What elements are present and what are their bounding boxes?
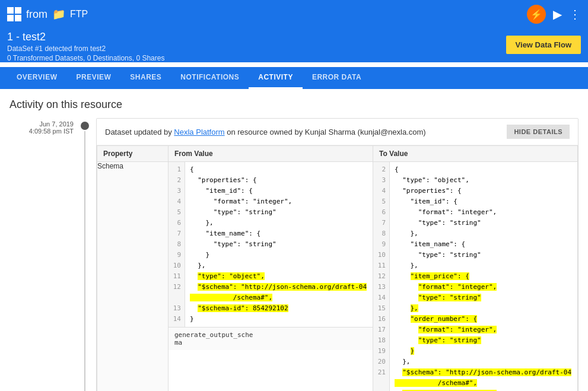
sub-header-info: 1 - test2 DataSet #1 detected from test2…: [7, 31, 164, 62]
top-bar: from 📁 FTP ⚡ ▶ ⋮: [0, 0, 588, 28]
activity-title-text: Dataset updated by: [105, 128, 174, 136]
tab-overview[interactable]: OVERVIEW: [7, 67, 66, 89]
to-line-numbers: 2345678910111213141516171819202122: [373, 162, 390, 391]
tab-notifications[interactable]: NOTIFICATIONS: [171, 67, 249, 89]
content-area: Activity on this resource Jun 7, 2019 4:…: [0, 89, 588, 391]
tab-preview[interactable]: PREVIEW: [66, 67, 120, 89]
property-cell: Schema: [97, 162, 169, 392]
top-bar-section: FTP: [70, 9, 88, 20]
bolt-button[interactable]: ⚡: [527, 5, 546, 24]
tab-shares[interactable]: SHARES: [120, 67, 171, 89]
from-line-numbers: 1234567891011121314: [169, 162, 185, 327]
top-bar-right: ⚡ ▶ ⋮: [527, 5, 581, 24]
play-icon[interactable]: ▶: [553, 7, 562, 21]
view-data-flow-button[interactable]: View Data Flow: [506, 36, 581, 54]
timeline-dot-col: [81, 118, 89, 391]
sub-header-actions: View Data Flow: [506, 31, 581, 54]
app-name: from: [26, 8, 47, 21]
grid-icon[interactable]: [7, 7, 21, 21]
hide-details-button[interactable]: HIDE DETAILS: [507, 125, 570, 139]
tab-activity[interactable]: ACTIVITY: [249, 67, 303, 89]
bolt-icon: ⚡: [530, 9, 542, 20]
activity-card-col: Dataset updated by Nexla Platform on res…: [89, 118, 579, 391]
page-title: Activity on this resource: [9, 98, 579, 111]
timeline-line: [84, 131, 85, 391]
timeline-col: Jun 7, 2019 4:09:58 pm IST: [9, 118, 81, 391]
nexla-platform-link[interactable]: Nexla Platform: [174, 128, 224, 136]
from-value-cell: 1234567891011121314 { "properties": { "i…: [169, 162, 373, 392]
col-from: From Value: [169, 146, 373, 162]
dataset-line: DataSet #1 detected from test2: [7, 44, 164, 53]
from-code-content: { "properties": { "item_id": { "format":…: [185, 162, 373, 327]
top-bar-left: from 📁 FTP: [7, 7, 527, 21]
to-code-block: 2345678910111213141516171819202122 { "ty…: [373, 162, 577, 391]
table-row: Schema 1234567891011121314 { "properties…: [97, 162, 578, 392]
stats-line: 0 Transformed Datasets, 0 Destinations, …: [7, 54, 164, 62]
tabs-bar: OVERVIEW PREVIEW SHARES NOTIFICATIONS AC…: [0, 67, 588, 89]
more-icon[interactable]: ⋮: [569, 7, 581, 21]
tab-error-data[interactable]: ERROR DATA: [303, 67, 371, 89]
activity-title: Dataset updated by Nexla Platform on res…: [105, 128, 426, 136]
dataset-title: 1 - test2: [7, 31, 164, 43]
from-bottom-label: generate_output_schema: [169, 327, 373, 350]
timeline-dot: [81, 122, 89, 130]
to-code-content: { "type": "object", "properties": { "ite…: [390, 162, 577, 391]
activity-card-header: Dataset updated by Nexla Platform on res…: [97, 119, 578, 145]
folder-icon[interactable]: 📁: [52, 8, 65, 21]
details-table: Property From Value To Value Schema: [97, 145, 578, 391]
to-value-cell: 2345678910111213141516171819202122 { "ty…: [373, 162, 578, 392]
activity-card: Dataset updated by Nexla Platform on res…: [96, 118, 579, 391]
col-to: To Value: [373, 146, 578, 162]
activity-area: Jun 7, 2019 4:09:58 pm IST Dataset updat…: [9, 118, 579, 391]
from-code-block: 1234567891011121314 { "properties": { "i…: [169, 162, 373, 327]
sub-header: 1 - test2 DataSet #1 detected from test2…: [0, 28, 588, 62]
col-property: Property: [97, 146, 169, 162]
activity-title-suffix: on resource owned by Kunjal Sharma (kunj…: [225, 128, 426, 136]
activity-date: Jun 7, 2019: [9, 120, 74, 128]
activity-time: 4:09:58 pm IST: [9, 128, 74, 135]
property-value: Schema: [97, 162, 123, 170]
